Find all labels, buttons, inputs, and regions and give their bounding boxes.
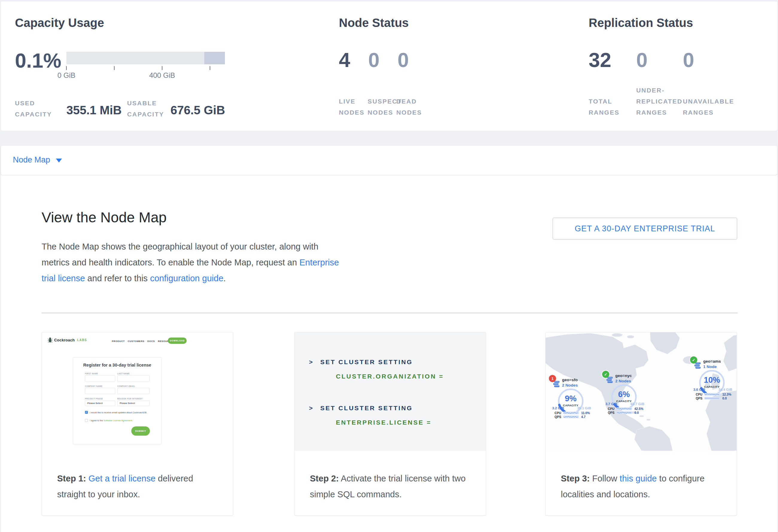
cluster-overview-page: Capacity Usage 0.1% 0 GiB 400 GiB USED C… xyxy=(0,0,778,532)
capacity-percent: 0.1% xyxy=(15,50,61,71)
qps-sparkline xyxy=(704,397,720,400)
used-capacity-value: 355.1 MiB xyxy=(66,104,122,116)
checkbox-checked-icon: ✓ xyxy=(85,411,88,414)
step-3-card: 1 geo=sfo 2 Nodes 9% CAPACITY 3.2 GiB 35… xyxy=(545,332,737,516)
email-updates-checkbox-row: ✓ I would like to receive email updates … xyxy=(85,411,154,414)
project-phase-select: Please Select xyxy=(85,400,115,406)
suspect-nodes-count: 0 xyxy=(368,50,380,70)
cpu-metric: CPU 12.3% xyxy=(696,393,734,396)
form-title: Register for a 30-day trial license xyxy=(73,363,161,367)
sql-line-2: CLUSTER.ORGANIZATION = xyxy=(336,373,444,379)
node-map-description: The Node Map shows the geographical layo… xyxy=(42,239,342,286)
capacity-percent-value: 10% xyxy=(697,376,727,384)
capacity-tick-label-0: 0 GiB xyxy=(46,71,87,80)
last-name-label: LAST NAME xyxy=(117,373,130,375)
cpu-sparkline xyxy=(563,411,579,414)
locality-name: geo=ams xyxy=(703,359,721,364)
license-agreement-checkbox-row: I agree to the Software License Agreemen… xyxy=(85,419,154,422)
section-divider xyxy=(42,313,737,313)
cpu-metric: CPU 42.5% xyxy=(608,407,646,410)
project-phase-label: PROJECT PHASE xyxy=(85,398,103,400)
capacity-percent-value: 9% xyxy=(556,395,586,403)
step-3-caption: Step 3: Follow this guide to configure l… xyxy=(561,471,727,503)
live-nodes-label: LIVE NODES xyxy=(339,96,365,118)
nav-product: PRODUCT xyxy=(112,340,125,343)
configuration-guide-link[interactable]: configuration guide xyxy=(150,274,223,283)
capacity-usage-title: Capacity Usage xyxy=(15,17,104,29)
capacity-total: 34.4 GiB xyxy=(718,388,732,391)
company-name-label: COMPANY NAME xyxy=(85,385,102,387)
page-title: View the Node Map xyxy=(42,210,167,225)
company-email-field xyxy=(117,388,150,394)
checkbox-empty-icon xyxy=(85,419,88,422)
node-map-selector[interactable] xyxy=(1,146,777,175)
first-name-field xyxy=(85,375,115,381)
get-trial-license-link[interactable]: Get a trial license xyxy=(88,474,156,483)
map-location-ams: ✓ geo=ams 1 Node 10% CAPACITY 3.6 GiB 34… xyxy=(689,356,734,400)
first-name-label: FIRST NAME xyxy=(85,373,98,375)
unavailable-ranges-label: UNAVAILABLE RANGES xyxy=(683,96,734,118)
reason-select: Please Select xyxy=(117,400,150,406)
total-ranges-label: TOTAL RANGES xyxy=(589,96,619,118)
capacity-total: 65.7 GiB xyxy=(631,402,644,406)
sql-code-block: >SET CLUSTER SETTING CLUSTER.ORGANIZATIO… xyxy=(295,332,486,451)
dead-nodes-count: 0 xyxy=(397,50,409,70)
capacity-used: 3.7 GiB xyxy=(605,402,617,406)
capacity-total: 35.1 GiB xyxy=(577,406,591,410)
cpu-sparkline xyxy=(617,407,632,410)
map-location-sfo: 1 geo=sfo 2 Nodes 9% CAPACITY 3.2 GiB 35… xyxy=(548,375,593,418)
capacity-used: 3.6 GiB xyxy=(693,388,705,391)
step-2-caption: Step 2: Activate the trial license with … xyxy=(310,471,476,503)
capacity-percent-value: 6% xyxy=(609,390,639,398)
capacity-tick-label-400: 400 GiB xyxy=(141,71,183,80)
step-1-caption: Step 1: Get a trial license delivered st… xyxy=(57,471,223,503)
map-location-nyc: ✓ geo=nyc 2 Nodes 6% CAPACITY 3.7 GiB 65… xyxy=(601,371,646,414)
chevron-down-icon[interactable] xyxy=(56,159,62,162)
locality-name: geo=nyc xyxy=(615,373,632,378)
company-name-field xyxy=(85,388,115,394)
capacity-tick xyxy=(66,66,67,70)
sql-line-4: ENTERPRISE.LICENSE = xyxy=(336,419,431,426)
step-1-card: CockroachLABS PRODUCT CUSTOMERS DOCS RES… xyxy=(42,332,233,516)
this-guide-link[interactable]: this guide xyxy=(620,474,657,483)
qps-sparkline xyxy=(563,415,579,418)
dead-nodes-label: DEAD NODES xyxy=(396,96,422,118)
cpu-metric: CPU 11.0% xyxy=(555,411,593,415)
usable-capacity-label: USABLE CAPACITY xyxy=(127,97,164,120)
capacity-tick xyxy=(114,66,114,70)
sql-line-3: >SET CLUSTER SETTING xyxy=(309,405,413,411)
node-status-title: Node Status xyxy=(339,17,409,29)
live-nodes-count: 4 xyxy=(339,50,350,70)
used-capacity-label: USED CAPACITY xyxy=(15,97,52,120)
software-license-link: Software License Agreement. xyxy=(103,419,133,422)
locality-name: geo=sfo xyxy=(562,378,577,382)
capacity-tick xyxy=(210,66,210,70)
qps-metric: QPS 4.7 xyxy=(555,415,593,419)
submit-button: SUBMIT xyxy=(131,427,150,436)
unavailable-ranges-count: 0 xyxy=(683,50,694,70)
capacity-tick xyxy=(162,66,162,70)
download-button: DOWNLOAD xyxy=(168,337,187,344)
last-name-field xyxy=(117,375,150,381)
under-replicated-count: 0 xyxy=(636,50,647,70)
nav-customers: CUSTOMERS xyxy=(128,340,144,343)
capacity-used: 3.2 GiB xyxy=(552,406,564,410)
total-ranges-count: 32 xyxy=(589,50,611,70)
roach-icon xyxy=(48,337,53,343)
usable-capacity-value: 676.5 GiB xyxy=(170,104,225,116)
qps-metric: QPS 0.0 xyxy=(696,396,734,400)
qps-metric: QPS 0.0 xyxy=(608,411,646,414)
cockroach-labs-logo: CockroachLABS xyxy=(48,337,87,343)
capacity-bar xyxy=(66,52,225,64)
sql-line-1: >SET CLUSTER SETTING xyxy=(309,359,413,365)
get-enterprise-trial-button[interactable]: GET A 30-DAY ENTERPRISE TRIAL xyxy=(552,218,737,240)
nav-docs: DOCS xyxy=(147,340,155,343)
trial-license-form: Register for a 30-day trial license FIRS… xyxy=(73,357,161,444)
node-map-thumbnail: 1 geo=sfo 2 Nodes 9% CAPACITY 3.2 GiB 35… xyxy=(546,332,737,451)
node-map-selector-label[interactable]: Node Map xyxy=(13,156,50,164)
qps-sparkline xyxy=(617,411,632,414)
company-email-label: COMPANY EMAIL xyxy=(117,385,135,387)
replication-status-title: Replication Status xyxy=(589,17,693,29)
reason-label: REASON FOR INTEREST xyxy=(117,398,143,400)
step-2-card: >SET CLUSTER SETTING CLUSTER.ORGANIZATIO… xyxy=(294,332,486,516)
